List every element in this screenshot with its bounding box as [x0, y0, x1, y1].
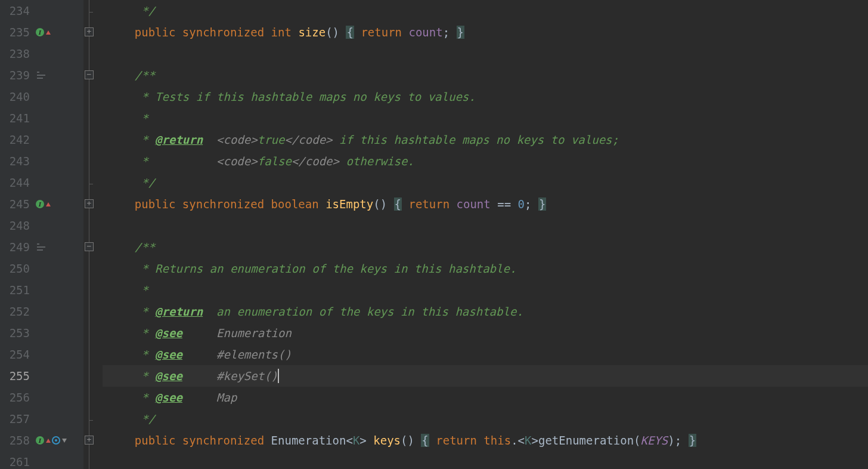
- method-isempty: isEmpty: [326, 198, 373, 211]
- javadoc-start: /**: [135, 69, 155, 82]
- text-caret: [278, 369, 279, 383]
- code-line[interactable]: /**: [103, 236, 868, 258]
- code-line[interactable]: *: [103, 279, 868, 301]
- line-number: 235: [0, 26, 36, 39]
- code-line[interactable]: [103, 43, 868, 64]
- javadoc-see-tag: @see: [155, 391, 182, 404]
- fold-expand-icon[interactable]: [85, 27, 94, 36]
- gutter-row[interactable]: 244: [0, 172, 83, 193]
- code-line-current[interactable]: * @see #keySet(): [103, 365, 868, 387]
- code-line[interactable]: public synchronized Enumeration<K> keys(…: [103, 430, 868, 451]
- gutter-row[interactable]: 238: [0, 43, 83, 64]
- gutter-row[interactable]: 240: [0, 86, 83, 107]
- fold-collapse-icon[interactable]: [85, 70, 94, 79]
- gutter-row[interactable]: 250: [0, 258, 83, 279]
- keyword-public: public: [135, 26, 176, 39]
- gutter-row[interactable]: 252: [0, 301, 83, 322]
- code-line[interactable]: public synchronized int size() { return …: [103, 21, 868, 43]
- line-number: 252: [0, 305, 36, 318]
- gutter-row[interactable]: 243: [0, 150, 83, 172]
- gutter-row[interactable]: 258: [0, 430, 83, 451]
- line-number: 257: [0, 412, 36, 425]
- arrow-up-icon: [46, 439, 51, 443]
- gutter-row[interactable]: 249: [0, 236, 83, 258]
- code-line[interactable]: [103, 451, 868, 469]
- render-doc-icon[interactable]: [37, 243, 45, 251]
- line-number: 239: [0, 69, 36, 82]
- line-number: 243: [0, 155, 36, 168]
- gutter-row[interactable]: 256: [0, 387, 83, 408]
- implements-icon[interactable]: [36, 200, 44, 208]
- gutter: 2342352382392402412422432442452482492502…: [0, 0, 83, 469]
- gutter-row[interactable]: 254: [0, 344, 83, 365]
- line-number: 248: [0, 219, 36, 232]
- code-line[interactable]: * @see Map: [103, 387, 868, 408]
- constant-keys: KEYS: [641, 434, 668, 447]
- line-number: 241: [0, 112, 36, 125]
- code-line[interactable]: * <code>false</code> otherwise.: [103, 150, 868, 172]
- javadoc-return-tag: @return: [155, 133, 203, 146]
- code-line[interactable]: */: [103, 172, 868, 193]
- code-line[interactable]: * @see #elements(): [103, 344, 868, 365]
- line-number: 240: [0, 90, 36, 103]
- fold-collapse-icon[interactable]: [85, 242, 94, 251]
- code-line[interactable]: * Returns an enumeration of the keys in …: [103, 258, 868, 279]
- code-area[interactable]: */ public synchronized int size() { retu…: [103, 0, 868, 469]
- gutter-row[interactable]: 239: [0, 64, 83, 86]
- line-number: 254: [0, 348, 36, 361]
- keyword-int: int: [271, 26, 292, 39]
- line-number: 251: [0, 283, 36, 297]
- line-number: 261: [0, 455, 36, 468]
- gutter-row[interactable]: 234: [0, 0, 83, 21]
- method-size: size: [298, 26, 326, 39]
- implements-icon[interactable]: [36, 28, 44, 36]
- keyword-synchronized: synchronized: [182, 26, 264, 39]
- line-number: 250: [0, 262, 36, 275]
- fold-end-icon: [89, 8, 93, 13]
- gutter-row[interactable]: 255: [0, 365, 83, 387]
- gutter-row[interactable]: 257: [0, 408, 83, 430]
- gutter-row[interactable]: 251: [0, 279, 83, 301]
- code-line[interactable]: * @return an enumeration of the keys in …: [103, 301, 868, 322]
- render-doc-icon[interactable]: [37, 72, 45, 79]
- gutter-row[interactable]: 245: [0, 193, 83, 215]
- code-line[interactable]: */: [103, 408, 868, 430]
- comment-end: */: [141, 4, 155, 17]
- fold-rail: [83, 0, 103, 469]
- type-enumeration: Enumeration: [271, 434, 346, 447]
- line-number: 253: [0, 326, 36, 340]
- gutter-row[interactable]: 235: [0, 21, 83, 43]
- line-number: 234: [0, 4, 36, 17]
- implements-icon[interactable]: [36, 436, 44, 445]
- fold-end-icon: [89, 180, 93, 184]
- javadoc-see-tag: @see: [155, 326, 182, 340]
- code-line[interactable]: *: [103, 107, 868, 129]
- line-number: 242: [0, 133, 36, 146]
- line-number: 249: [0, 240, 36, 254]
- method-keys: keys: [373, 434, 401, 447]
- gutter-row[interactable]: 242: [0, 129, 83, 150]
- line-number: 245: [0, 198, 36, 211]
- line-number: 244: [0, 176, 36, 189]
- line-number: 238: [0, 47, 36, 60]
- line-number: 256: [0, 391, 36, 404]
- code-line[interactable]: [103, 215, 868, 236]
- javadoc-see-tag: @see: [155, 348, 182, 361]
- code-line[interactable]: */: [103, 0, 868, 21]
- code-line[interactable]: public synchronized boolean isEmpty() { …: [103, 193, 868, 215]
- line-number: 255: [0, 369, 36, 382]
- code-line[interactable]: * @return <code>true</code> if this hash…: [103, 129, 868, 150]
- fold-expand-icon[interactable]: [85, 199, 94, 208]
- arrow-down-icon: [62, 439, 67, 443]
- code-line[interactable]: /**: [103, 64, 868, 86]
- gutter-row[interactable]: 261: [0, 451, 83, 469]
- fold-expand-icon[interactable]: [85, 436, 94, 445]
- code-editor: 2342352382392402412422432442452482492502…: [0, 0, 868, 469]
- gutter-row[interactable]: 241: [0, 107, 83, 129]
- javadoc-return-tag: @return: [155, 305, 203, 318]
- code-line[interactable]: * Tests if this hashtable maps no keys t…: [103, 86, 868, 107]
- gutter-row[interactable]: 248: [0, 215, 83, 236]
- code-line[interactable]: * @see Enumeration: [103, 322, 868, 344]
- override-icon[interactable]: [52, 436, 60, 445]
- gutter-row[interactable]: 253: [0, 322, 83, 344]
